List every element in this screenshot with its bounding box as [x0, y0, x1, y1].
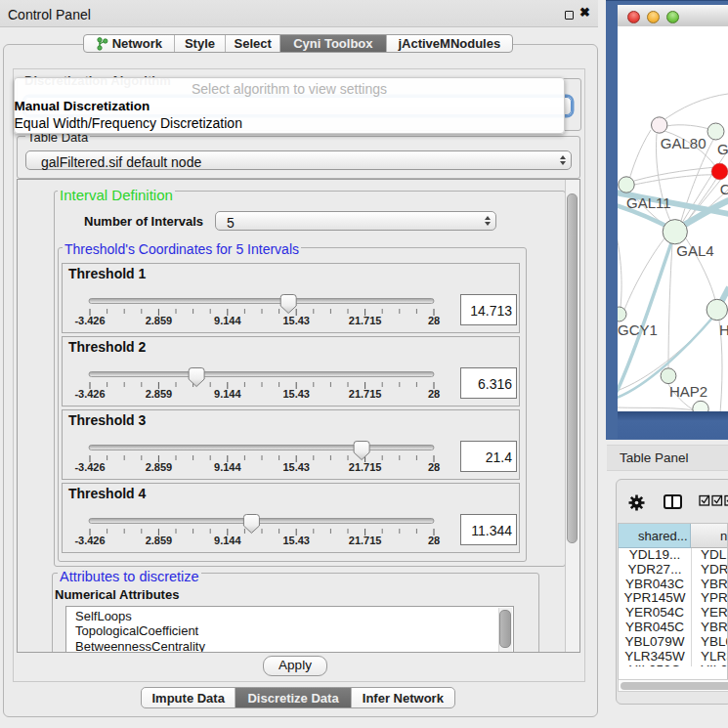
svg-text:H: H	[719, 321, 728, 338]
svg-text:HAP2: HAP2	[669, 383, 707, 400]
svg-text:GAL80: GAL80	[661, 135, 707, 151]
svg-text:9.144: 9.144	[214, 315, 241, 326]
svg-text:9.144: 9.144	[214, 461, 241, 473]
svg-text:GCY1: GCY1	[618, 321, 658, 338]
svg-text:GAL4: GAL4	[676, 242, 713, 259]
svg-text:15.43: 15.43	[282, 461, 310, 473]
svg-text:-3.426: -3.426	[74, 388, 105, 400]
svg-text:21.715: 21.715	[349, 388, 382, 400]
svg-text:21.715: 21.715	[349, 535, 382, 546]
svg-text:2.859: 2.859	[146, 535, 173, 546]
svg-text:-3.426: -3.426	[74, 315, 105, 326]
svg-text:-3.426: -3.426	[74, 535, 105, 546]
svg-text:21.715: 21.715	[349, 315, 382, 326]
svg-text:28: 28	[428, 535, 440, 546]
svg-text:-3.426: -3.426	[74, 461, 105, 473]
svg-text:21.715: 21.715	[349, 461, 382, 473]
svg-text:GA: GA	[717, 141, 728, 157]
svg-text:28: 28	[428, 388, 440, 400]
svg-text:2.859: 2.859	[146, 388, 173, 400]
svg-text:15.43: 15.43	[282, 315, 310, 326]
svg-text:GAL11: GAL11	[626, 194, 671, 211]
svg-text:28: 28	[428, 315, 440, 326]
svg-text:C: C	[720, 181, 728, 197]
svg-text:28: 28	[428, 461, 440, 473]
svg-text:9.144: 9.144	[214, 388, 241, 400]
svg-text:15.43: 15.43	[282, 388, 310, 400]
svg-text:2.859: 2.859	[146, 461, 173, 473]
svg-text:15.43: 15.43	[282, 535, 310, 546]
svg-text:2.859: 2.859	[146, 315, 173, 326]
svg-text:9.144: 9.144	[214, 535, 241, 546]
